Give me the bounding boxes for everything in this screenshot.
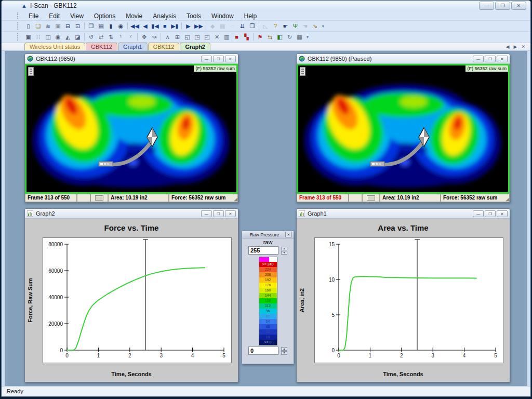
hand-tool-icon[interactable]: ☚ xyxy=(300,21,310,31)
spinner-down-icon[interactable]: ▼ xyxy=(281,251,287,255)
graph-window-titlebar[interactable]: Graph1 —❐✕ xyxy=(297,209,510,219)
force-time-plot[interactable]: 020000400006000080000012345 xyxy=(43,237,232,363)
menu-file[interactable]: File xyxy=(23,12,44,20)
save-icon[interactable]: ▣ xyxy=(53,21,63,31)
minimize-button[interactable]: — xyxy=(473,56,484,62)
context-help-icon[interactable]: ☛ xyxy=(281,21,290,31)
resize-grip-icon[interactable]: ◢ xyxy=(506,197,509,202)
open-file-icon[interactable]: ❏ xyxy=(33,21,43,31)
spinner-down-icon[interactable]: ▼ xyxy=(281,351,287,355)
maximize-button[interactable]: ❐ xyxy=(213,210,224,217)
tab-gbk112-3[interactable]: GBK112 xyxy=(148,43,180,50)
handheld-icon[interactable]: ▮ xyxy=(106,21,116,31)
column-tool-icon[interactable]: ▥ xyxy=(222,32,232,42)
close-button[interactable]: ✕ xyxy=(497,56,508,62)
rotate-view-icon[interactable]: ↺ xyxy=(86,32,96,42)
pressure-map-view[interactable]: (F) 56352 raw sum xyxy=(297,64,510,194)
minimize-button[interactable]: — xyxy=(201,56,212,62)
menu-movie[interactable]: Movie xyxy=(121,12,148,20)
graph-box-1-icon[interactable]: ◱ xyxy=(182,32,192,42)
tab-graph1-2[interactable]: Graph1 xyxy=(118,43,148,50)
average-1-icon[interactable]: ¹ xyxy=(116,32,126,42)
first-frame-icon[interactable]: ▮◀ xyxy=(150,21,160,31)
tab-wireless-unit-status-0[interactable]: Wireless Unit status xyxy=(24,43,85,50)
maximize-button[interactable]: ❐ xyxy=(495,2,510,10)
toolbar-overflow-icon[interactable]: ▾ xyxy=(307,35,309,39)
legend-titlebar[interactable]: Raw Pressure ✕ xyxy=(242,231,294,238)
resize-grip-icon[interactable]: ◢ xyxy=(234,197,237,202)
peak-display-1-icon[interactable]: ◭ xyxy=(63,32,73,42)
menu-view[interactable]: View xyxy=(65,12,89,20)
map-window-titlebar[interactable]: GBK112 (9850) (Paused) —❐✕ xyxy=(297,54,510,64)
frame-numbers-icon[interactable]: ∷ xyxy=(33,32,43,42)
tab-graph2-4[interactable]: Graph2 xyxy=(180,43,210,50)
multi-graph-icon[interactable]: ▚ xyxy=(242,32,251,42)
menu-grip[interactable] xyxy=(17,12,19,19)
title-bar[interactable]: ▲ I-Scan - GBK112 —❐✕ xyxy=(2,1,530,11)
close-button[interactable]: ✕ xyxy=(497,210,508,217)
tab-close-icon[interactable]: ✕ xyxy=(521,44,525,49)
import-movie-icon[interactable]: ⇘ xyxy=(310,21,320,31)
max-pressure-input[interactable] xyxy=(248,246,278,255)
fast-forward-icon[interactable]: ▶▶ xyxy=(193,21,204,31)
window-compare-icon[interactable]: ⇆ xyxy=(265,32,275,42)
menu-help[interactable]: Help xyxy=(239,12,262,20)
save-movie-red-icon[interactable]: ■ xyxy=(232,32,242,42)
edit-notes-icon[interactable]: ▤ xyxy=(96,21,106,31)
graph-box-2-icon[interactable]: ◳ xyxy=(192,32,202,42)
unit-toggle-button[interactable] xyxy=(367,195,375,201)
pressure-map-view[interactable]: (F) 56352 raw sum xyxy=(25,64,238,194)
menu-analysis[interactable]: Analysis xyxy=(148,12,181,20)
minimize-button[interactable]: — xyxy=(473,210,484,217)
peak-display-2-icon[interactable]: ◪ xyxy=(73,32,83,42)
close-button[interactable]: ✕ xyxy=(225,210,236,217)
maximize-button[interactable]: ❐ xyxy=(485,56,496,62)
map-mini-legend-icon[interactable] xyxy=(300,67,305,76)
line-tool-icon[interactable]: ✕ xyxy=(212,32,222,42)
help-icon[interactable]: ? xyxy=(271,21,281,31)
tab-scroll-right-icon[interactable]: ▶ xyxy=(514,44,517,49)
minimize-button[interactable]: — xyxy=(201,210,212,217)
map-mini-legend-icon[interactable] xyxy=(28,67,34,76)
record-movie-icon[interactable]: ◉ xyxy=(116,21,126,31)
toolbar-grip[interactable] xyxy=(17,22,19,30)
calibration-icon[interactable]: ◺ xyxy=(261,21,271,31)
rotate-3d-icon[interactable]: ↻ xyxy=(285,32,295,42)
step-back-icon[interactable]: ◀ xyxy=(140,21,150,31)
freehand-icon[interactable]: ↝ xyxy=(149,32,159,42)
menu-edit[interactable]: Edit xyxy=(44,12,65,20)
stop-icon[interactable]: ■ xyxy=(160,21,170,31)
last-frame-icon[interactable]: ▶▮ xyxy=(170,21,180,31)
average-2-icon[interactable]: ² xyxy=(126,32,136,42)
minimize-button[interactable]: — xyxy=(479,2,494,10)
cell-grid-icon[interactable]: ◫ xyxy=(43,32,53,42)
close-button[interactable]: ✕ xyxy=(511,2,526,10)
spinner-up-icon[interactable]: ▲ xyxy=(281,347,287,351)
auto-threshold-icon[interactable]: ⇊ xyxy=(237,21,247,31)
play-icon[interactable]: ▶ xyxy=(183,21,193,31)
zoom-select-icon[interactable]: ◌ xyxy=(228,21,237,31)
menu-window[interactable]: Window xyxy=(206,12,239,20)
maximize-button[interactable]: ❐ xyxy=(485,210,496,217)
unit-toggle-button[interactable] xyxy=(95,195,103,201)
graph-box-3-icon[interactable]: ◰ xyxy=(202,32,212,42)
center-of-force-icon[interactable]: ◉ xyxy=(53,32,63,42)
tab-scroll-left-icon[interactable]: ◀ xyxy=(506,44,510,49)
close-button[interactable]: ✕ xyxy=(225,56,236,62)
snapshot-icon[interactable]: ▦ xyxy=(295,32,304,42)
camera-icon[interactable]: ▦ xyxy=(218,21,228,31)
peak-curve-icon[interactable]: ∧ xyxy=(163,32,172,42)
grid-table-icon[interactable]: ⊞ xyxy=(172,32,182,42)
stance-icon[interactable]: ◧ xyxy=(275,32,285,42)
toolbar-grip[interactable] xyxy=(17,33,19,41)
wireless-open-icon[interactable]: ≋ xyxy=(43,21,53,31)
marker-icon[interactable]: ◆ xyxy=(208,21,218,31)
area-time-plot[interactable]: 051015012345 xyxy=(314,237,503,363)
menu-options[interactable]: Options xyxy=(89,12,121,20)
legend-close-icon[interactable]: ✕ xyxy=(285,232,292,237)
spinner-up-icon[interactable]: ▲ xyxy=(281,247,287,250)
print-preview-icon[interactable]: ⊡ xyxy=(73,21,83,31)
wireless-signal-icon[interactable]: Ψ xyxy=(290,21,300,31)
new-file-icon[interactable]: ▯ xyxy=(23,21,33,31)
rewind-icon[interactable]: ◀◀ xyxy=(129,21,140,31)
